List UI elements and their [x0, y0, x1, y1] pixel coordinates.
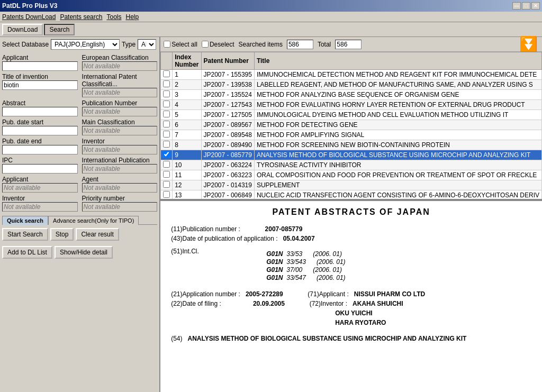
type-label: Type [122, 41, 136, 48]
searched-items-label: Searched items [239, 41, 283, 48]
filing-date-value: 20.09.2005 [253, 300, 285, 307]
app-number-field: (21)Application number : 2005-272289 (71… [171, 290, 531, 298]
pub-date-start-field-group: Pub. date start [2, 117, 78, 135]
row-checkbox[interactable] [161, 140, 173, 150]
abstract-input[interactable] [2, 107, 78, 116]
maximize-button[interactable]: □ [522, 2, 530, 10]
results-table-container[interactable]: Index Number Patent Number Title 1 JP200… [160, 52, 542, 200]
select-db-dropdown[interactable]: PAJ(JPO,English) [51, 39, 120, 50]
row-title: METHOD FOR DETECTING GENE [254, 120, 541, 130]
search-button[interactable]: Search [44, 24, 75, 35]
pub-date-start-input[interactable] [2, 126, 78, 135]
row-checkbox[interactable] [161, 120, 173, 130]
clear-result-button[interactable]: Clear result [76, 228, 119, 241]
applicant2-input[interactable] [2, 183, 78, 193]
form-grid: Applicant European Classification Title … [2, 53, 157, 212]
table-row[interactable]: 4 JP2007 - 127543 METHOD FOR EVALUATING … [161, 100, 542, 110]
priority-label: Priority number [82, 195, 158, 202]
pub-number-input[interactable] [82, 107, 158, 116]
inventor-field-group: Inventor [82, 136, 158, 154]
add-to-dl-list-button[interactable]: Add to DL List [2, 246, 52, 259]
row-checkbox[interactable] [161, 130, 173, 140]
int-cl-row: G01N 33/547(2006. 01) [266, 274, 345, 281]
row-patent: JP2007 - 089567 [201, 120, 254, 130]
table-row[interactable]: 6 JP2007 - 089567 METHOD FOR DETECTING G… [161, 120, 542, 130]
row-checkbox[interactable] [161, 100, 173, 110]
select-db-row: Select Database PAJ(JPO,English) Type Al… [2, 39, 157, 50]
searched-items-value[interactable] [287, 40, 313, 49]
menu-patents-search[interactable]: Patents search [60, 13, 102, 21]
row-index: 1 [173, 70, 201, 80]
select-all-checkbox[interactable] [164, 41, 170, 48]
inventor2-input[interactable] [2, 202, 78, 212]
stop-button[interactable]: Stop [50, 228, 74, 241]
row-checkbox[interactable] [161, 170, 173, 180]
priority-input[interactable] [82, 202, 158, 212]
row-checkbox[interactable] [161, 180, 173, 190]
row-checkbox[interactable] [161, 160, 173, 170]
row-checkbox[interactable] [161, 190, 173, 200]
agent-input[interactable] [82, 183, 158, 193]
right-panel: Select all Deselect Searched items Total… [160, 37, 542, 392]
minimize-button[interactable]: — [512, 2, 521, 10]
pub-date-value: 05.04.2007 [283, 235, 315, 242]
applicant-input[interactable] [2, 61, 78, 71]
row-checkbox[interactable] [161, 80, 173, 90]
total-value[interactable] [335, 40, 362, 49]
int-pub-input[interactable] [82, 164, 158, 174]
pub-number-field: (11)Publication number : 2007-085779 [171, 225, 531, 233]
main-class-label: Main Classification [82, 118, 158, 126]
pub-date-end-label: Pub. date end [2, 138, 78, 145]
table-row[interactable]: 11 JP2007 - 063223 ORAL COMPOSITION AND … [161, 170, 542, 180]
close-button[interactable]: ✕ [531, 2, 540, 10]
row-index: 8 [173, 140, 201, 150]
european-class-input[interactable] [82, 61, 158, 71]
table-row[interactable]: 1 JP2007 - 155395 IMMUNOCHEMICAL DETECTI… [161, 70, 542, 80]
tab-quick-search[interactable]: Quick search [2, 216, 48, 225]
table-row[interactable]: 8 JP2007 - 089490 METHOD FOR SCREENING N… [161, 140, 542, 150]
row-patent: JP2007 - 063223 [201, 170, 254, 180]
row-index: 12 [173, 180, 201, 190]
download-button[interactable]: DownLoad [2, 24, 43, 35]
row-title: METHOD FOR EVALUATING HORNY LAYER RETENT… [254, 100, 541, 110]
ipc-input[interactable] [2, 164, 78, 174]
title-input[interactable] [2, 80, 78, 90]
menu-help[interactable]: Help [125, 13, 139, 21]
table-row[interactable]: 7 JP2007 - 089548 METHOD FOR AMPLIFYING … [161, 130, 542, 140]
type-dropdown[interactable]: All [138, 39, 156, 50]
show-hide-detail-button[interactable]: Show/Hide detail [55, 246, 113, 259]
deselect-checkbox-label[interactable]: Deselect [202, 41, 234, 48]
inventor-row-3: HARA RYOTARO [171, 319, 531, 326]
inventor-input[interactable] [82, 145, 158, 154]
select-db-label: Select Database [2, 41, 49, 48]
download-arrows[interactable]: ⏬ [518, 35, 539, 54]
table-row[interactable]: 12 JP2007 - 014319 SUPPLEMENT [161, 180, 542, 190]
select-all-checkbox-label[interactable]: Select all [164, 41, 197, 48]
row-checkbox[interactable] [161, 150, 173, 160]
int-cl-label: (51)Int.Cl. [171, 248, 213, 255]
table-row[interactable]: 10 JP2007 - 063224 TYROSINASE ACTIVITY I… [161, 160, 542, 170]
menu-patents-download[interactable]: Patents DownLoad [2, 13, 56, 21]
row-checkbox[interactable] [161, 90, 173, 100]
menu-tools[interactable]: Tools [106, 13, 121, 21]
start-search-button[interactable]: Start Search [2, 228, 48, 241]
filing-date-label: (22)Date of filing : [171, 300, 221, 307]
int-cl-row: G01N 33/543(2006. 01) [266, 258, 345, 266]
main-class-input[interactable] [82, 126, 158, 135]
pub-date-end-input[interactable] [2, 145, 78, 154]
table-row[interactable]: 2 JP2007 - 139538 LABELLED REAGENT, AND … [161, 80, 542, 90]
title-label: Title of invention [2, 73, 78, 80]
row-checkbox[interactable] [161, 110, 173, 120]
row-checkbox[interactable] [161, 70, 173, 80]
row-title: ANALYSIS METHOD OF BIOLOGICAL SUBSTANCE … [254, 150, 541, 160]
tab-advance-search[interactable]: Advance search(Only for TIPO) [48, 216, 139, 225]
deselect-checkbox[interactable] [202, 41, 209, 48]
int-cl-row: G01N 37/00(2006. 01) [266, 266, 345, 274]
table-row[interactable]: 3 JP2007 - 135524 METHOD FOR ANALYZING B… [161, 90, 542, 100]
row-patent: JP2007 - 127543 [201, 100, 254, 110]
table-row[interactable]: 9 JP2007 - 085779 ANALYSIS METHOD OF BIO… [161, 150, 542, 160]
int-patent-class-input[interactable] [82, 88, 158, 97]
table-row[interactable]: 13 JP2007 - 006849 NUCLEIC ACID TRANSFEC… [161, 190, 542, 200]
table-row[interactable]: 5 JP2007 - 127505 IMMUNOLOGICAL DYEING M… [161, 110, 542, 120]
row-title: TYROSINASE ACTIVITY INHIBITOR [254, 160, 541, 170]
